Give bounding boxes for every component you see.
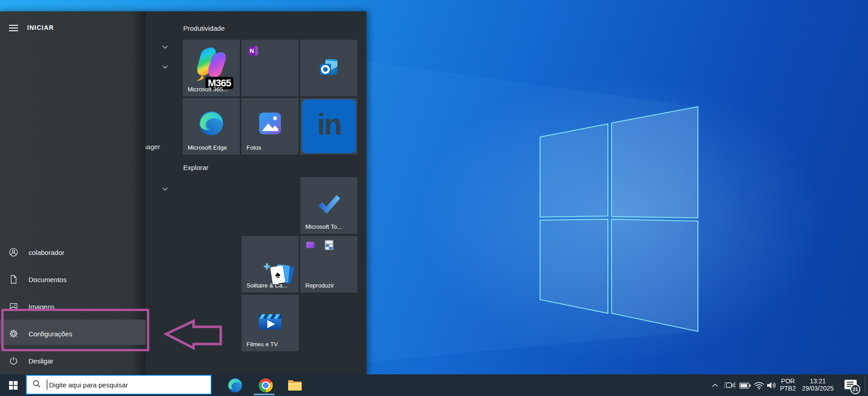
clock-date: 29/03/2025: [799, 385, 837, 392]
tile-fotos[interactable]: Fotos: [242, 98, 299, 155]
tile-onenote[interactable]: N: [242, 40, 299, 96]
chrome-active-indicator: [254, 394, 275, 395]
tray-volume-icon[interactable]: [766, 381, 777, 390]
tray-wifi-icon[interactable]: [754, 381, 764, 390]
sidebar-item-documents[interactable]: Documentos: [0, 270, 146, 288]
group-title-explore: Explorar: [183, 164, 209, 171]
tile-label: Microsoft To...: [305, 223, 342, 230]
search-icon: [32, 379, 41, 390]
annotation-arrow-left: [164, 319, 223, 350]
sidebar-item-user[interactable]: colaborador: [0, 243, 146, 261]
power-icon: [9, 356, 18, 365]
outlook-icon: [318, 57, 340, 80]
onenote-icon: N: [248, 46, 258, 56]
start-menu-title: INICIAR: [27, 24, 54, 31]
clock-time: 13:21: [799, 377, 837, 385]
sidebar-item-label: Desligar: [28, 357, 53, 365]
language-code: POR: [778, 377, 798, 385]
windows-logo-icon: [9, 381, 18, 390]
tile-reproduzir[interactable]: Reproduzir: [300, 236, 357, 292]
tile-solitaire[interactable]: ♠ + Solitaire & Ca...: [242, 236, 299, 292]
tile-label: Fotos: [247, 144, 261, 151]
document-icon: [9, 275, 18, 284]
chevron-down-icon[interactable]: [162, 65, 168, 69]
tray-language-indicator[interactable]: POR PTB2: [778, 377, 798, 392]
tile-label: Microsoft Edge: [188, 144, 227, 151]
notification-count-badge: 21: [850, 384, 860, 394]
taskbar-chrome-icon[interactable]: [258, 377, 273, 393]
tile-microsoft-edge[interactable]: Microsoft Edge: [183, 98, 240, 155]
sidebar-item-power[interactable]: Desligar: [0, 352, 146, 370]
edge-icon: [199, 111, 224, 138]
user-icon: [9, 248, 18, 257]
media-wallet-icon: [306, 242, 314, 248]
text-cursor: [47, 380, 47, 390]
tile-filmes-tv[interactable]: Filmes e TV: [242, 295, 299, 351]
chevron-down-icon[interactable]: [162, 45, 168, 49]
todo-check-icon: [316, 191, 342, 216]
search-input[interactable]: [48, 381, 211, 389]
chevron-down-icon[interactable]: [162, 187, 168, 191]
tray-clock[interactable]: 13:21 29/03/2025: [799, 377, 837, 392]
tile-outlook[interactable]: [300, 40, 357, 96]
linkedin-logo: in: [302, 99, 356, 153]
linkedin-in-text: in: [317, 107, 341, 141]
keyboard-layout: PTB2: [778, 385, 798, 392]
tile-microsoft-todo[interactable]: Microsoft To...: [300, 177, 357, 234]
spade-glyph: ♠: [270, 265, 285, 284]
tile-label: Solitaire & Ca...: [247, 282, 287, 289]
photos-icon: [259, 112, 281, 137]
tray-meet-now-icon[interactable]: [724, 381, 736, 390]
tile-label: Filmes e TV: [247, 341, 278, 348]
tile-linkedin[interactable]: in: [300, 98, 357, 155]
annotation-highlight-rectangle: [1, 309, 149, 351]
screen: nager Produtividade M365 Microsoft 365..…: [0, 0, 868, 396]
tile-label: Reproduzir: [305, 282, 334, 289]
plus-glyph: +: [264, 259, 270, 273]
taskbar: POR PTB2 13:21 29/03/2025 21: [0, 374, 868, 396]
hamburger-menu-icon[interactable]: [9, 25, 19, 32]
sidebar-item-label: Documentos: [28, 276, 66, 283]
group-title-productivity: Produtividade: [183, 24, 225, 32]
tray-chevron-up-icon[interactable]: [711, 383, 719, 387]
taskbar-search[interactable]: [26, 375, 212, 395]
tray-battery-icon[interactable]: [739, 382, 751, 389]
tile-label: Microsoft 365...: [188, 86, 228, 93]
calculator-icon: [325, 240, 333, 252]
show-desktop-button[interactable]: [865, 377, 865, 393]
sidebar-item-label: colaborador: [28, 249, 64, 256]
taskbar-edge-icon[interactable]: [227, 377, 242, 393]
movies-tv-icon: [258, 310, 282, 332]
taskbar-file-explorer-icon[interactable]: [287, 377, 303, 393]
start-button[interactable]: [4, 374, 22, 396]
tile-microsoft-365[interactable]: M365 Microsoft 365...: [183, 40, 240, 96]
